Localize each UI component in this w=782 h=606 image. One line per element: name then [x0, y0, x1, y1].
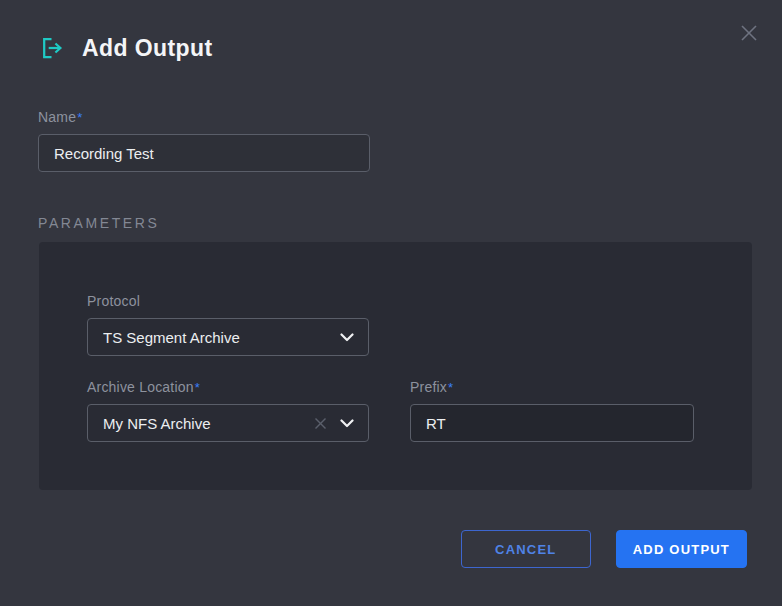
prefix-input[interactable] — [410, 404, 694, 442]
dialog-footer: CANCEL ADD OUTPUT — [461, 530, 747, 568]
name-label-text: Name — [38, 109, 76, 125]
clear-icon[interactable] — [314, 417, 327, 430]
add-output-dialog: Add Output Name* PARAMETERS Protocol TS … — [0, 0, 782, 606]
protocol-label-text: Protocol — [87, 293, 140, 309]
protocol-field-group: Protocol TS Segment Archive — [87, 293, 369, 356]
dialog-header: Add Output — [38, 34, 212, 62]
name-field-group: Name* — [38, 109, 370, 172]
archive-location-select-value: My NFS Archive — [103, 415, 314, 432]
parameters-panel: Protocol TS Segment Archive Archive Loca… — [39, 242, 752, 490]
protocol-select[interactable]: TS Segment Archive — [87, 318, 369, 356]
close-icon[interactable] — [736, 20, 762, 46]
archive-location-field-group: Archive Location* My NFS Archive — [87, 379, 369, 442]
panel-row: Archive Location* My NFS Archive — [87, 379, 704, 442]
prefix-label-text: Prefix — [410, 379, 447, 395]
name-label: Name* — [38, 109, 370, 126]
archive-location-label: Archive Location* — [87, 379, 369, 396]
required-marker: * — [77, 110, 82, 125]
prefix-field-group: Prefix* — [410, 379, 694, 442]
chevron-down-icon — [340, 419, 354, 428]
required-marker: * — [195, 380, 200, 395]
parameters-heading: PARAMETERS — [38, 215, 159, 231]
output-icon — [38, 34, 65, 62]
protocol-label: Protocol — [87, 293, 369, 310]
chevron-down-icon — [340, 333, 354, 342]
add-output-button[interactable]: ADD OUTPUT — [616, 530, 747, 568]
name-input[interactable] — [38, 134, 370, 172]
cancel-button[interactable]: CANCEL — [461, 530, 591, 568]
prefix-label: Prefix* — [410, 379, 694, 396]
protocol-select-value: TS Segment Archive — [103, 329, 340, 346]
required-marker: * — [448, 380, 453, 395]
archive-location-label-text: Archive Location — [87, 379, 194, 395]
dialog-title: Add Output — [82, 35, 212, 62]
archive-location-select[interactable]: My NFS Archive — [87, 404, 369, 442]
